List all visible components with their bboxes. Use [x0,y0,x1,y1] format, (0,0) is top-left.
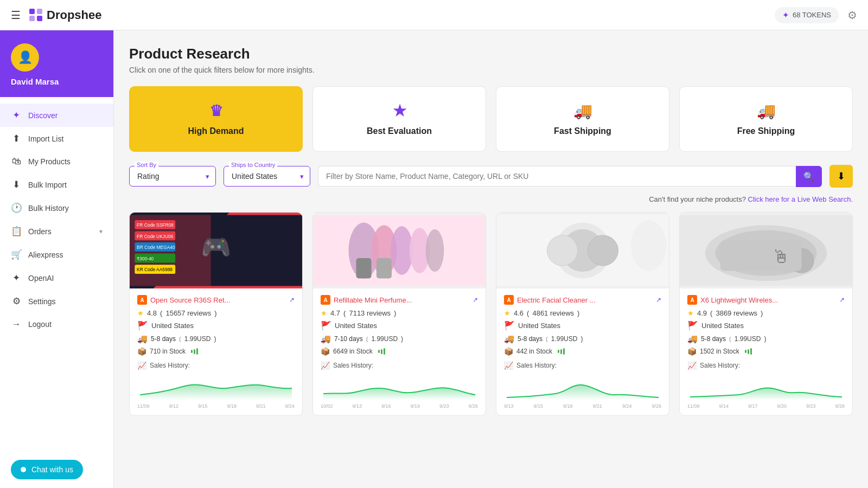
shipping-row-2: 🚚 7-10 days (1.99USD) [321,334,478,344]
signal-bar-4a [745,350,746,353]
sidebar-item-my-products[interactable]: 🛍 My Products [0,150,113,173]
signal-bar-4c [750,348,752,355]
product-card-2[interactable]: A Refillable Mini Perfume... ↗ ★ 4.7 (71… [312,212,486,416]
aliexpress-badge-3: A [504,295,514,305]
signal-bar-2a [378,350,380,353]
ship-cost-4: ( [729,336,731,342]
ext-link-icon-2[interactable]: ↗ [473,296,478,304]
ext-link-icon-3[interactable]: ↗ [656,296,661,304]
settings-icon: ⚙ [11,296,22,307]
sidebar-item-orders[interactable]: 📋 Orders ▾ [0,220,113,243]
live-search-link[interactable]: Click here for a Live Web Search. [748,195,853,203]
chart-dates-2: 10/029/139/169/199/239/26 [321,403,478,409]
ship-days-2: 7-10 days [334,335,363,343]
product-name-2: Refillable Mini Perfume... [334,296,469,304]
ship-cost-val-1: 1.99USD [184,335,211,343]
sidebar-label-discover: Discover [28,111,103,120]
orders-arrow-icon: ▾ [99,228,103,235]
free-shipping-icon: 🚚 [757,102,776,120]
sidebar-item-openai[interactable]: ✦ OpenAI [0,266,113,290]
sidebar-item-settings[interactable]: ⚙ Settings [0,290,113,313]
product-name-row-4: A X6 Lightweight Wireles... ↗ [687,295,845,305]
product-grid: 🎮 FR Code SSFR08 FR Code UKJU06 BR Code … [129,212,853,416]
sort-select[interactable]: Rating Reviews Price Stock [129,166,216,187]
ext-link-icon-4[interactable]: ↗ [839,296,845,304]
reviews-1: ( [160,309,162,317]
product-image-3 [496,213,669,288]
product-info-2: A Refillable Mini Perfume... ↗ ★ 4.7 (71… [313,288,486,415]
fast-shipping-label: Fast Shipping [554,126,611,136]
product-card-4[interactable]: 🖱 A X6 Lightweight Wireles... ↗ ★ 4.9 (3… [679,212,853,416]
country-select[interactable]: United States United Kingdom Australia C… [224,166,310,187]
logo-icon [29,9,42,21]
rating-4: 4.9 [697,309,707,317]
import-list-icon: ⬆ [11,133,22,144]
signal-bar-4b [748,349,749,354]
search-input[interactable] [318,166,796,187]
product-card-1[interactable]: 🎮 FR Code SSFR08 FR Code UKJU06 BR Code … [129,212,303,416]
hamburger-icon[interactable]: ☰ [11,9,21,22]
product-info-1: A Open Source R36S Ret... ↗ ★ 4.8 (15657… [130,288,302,415]
bulk-import-icon: ⬇ [11,179,22,190]
stock-2: 6649 in Stock [333,348,373,355]
tokens-badge[interactable]: ✦ 68 TOKENS [775,7,839,23]
main-layout: 👤 David Marsa ✦ Discover ⬆ Import List 🛍… [0,30,868,488]
signal-bar-3b [560,349,562,354]
stock-signal-2 [378,348,385,355]
product-card-3[interactable]: A Electric Facial Cleaner ... ↗ ★ 4.6 (4… [496,212,669,416]
ext-link-icon-1[interactable]: ↗ [289,296,295,304]
tokens-icon: ✦ [782,10,789,20]
sidebar-item-import-list[interactable]: ⬆ Import List [0,127,113,150]
product-image-2 [313,213,486,288]
star-icon-4: ★ [687,309,694,317]
country-1: United States [151,322,194,330]
filter-card-fast-shipping[interactable]: 🚚 Fast Shipping [496,86,669,152]
aliexpress-badge-1: A [137,295,147,305]
filter-card-high-demand[interactable]: ♛ High Demand [129,86,303,152]
ship-cost-3: ( [546,336,548,342]
rating-2: 4.7 [330,309,340,317]
logo-dot-2 [37,9,42,14]
product-name-4: X6 Lightweight Wireles... [700,296,836,304]
ship-cost-val-3: 1.99USD [551,335,578,343]
flag-row-1: 🚩 United States [137,320,295,331]
country-3: United States [518,322,560,330]
high-demand-label: High Demand [188,126,244,136]
signal-bar-2b [381,349,382,354]
filter-card-free-shipping[interactable]: 🚚 Free Shipping [679,86,853,152]
sidebar-item-bulk-history[interactable]: 🕐 Bulk History [0,196,113,220]
product-name-3: Electric Facial Cleaner ... [517,296,653,304]
filter-card-best-evaluation[interactable]: ★ Best Evaluation [312,86,486,152]
sidebar-label-openai: OpenAI [28,274,103,282]
flag-row-3: 🚩 United States [504,320,661,331]
stock-row-3: 📦 442 in Stock [504,347,661,356]
chart-dates-1: 11/099/129/159/189/219/24 [137,403,295,409]
free-shipping-label: Free Shipping [737,126,795,136]
chat-button[interactable]: Chat with us [11,460,83,479]
high-demand-icon: ♛ [209,102,223,120]
sidebar-item-discover[interactable]: ✦ Discover [0,104,113,127]
sidebar-item-aliexpress[interactable]: 🛒 Aliexpress [0,243,113,266]
stock-row-4: 📦 1502 in Stock [687,347,845,356]
reviews-count-1: 15657 reviews [165,309,211,317]
svg-text:🖱: 🖱 [772,247,790,267]
sales-label-4: 📈 Sales History: [687,361,845,370]
sidebar-item-logout[interactable]: → Logout [0,313,113,336]
filter-icon: ⬇ [837,171,845,182]
search-button[interactable]: 🔍 [796,166,822,187]
sidebar-item-bulk-import[interactable]: ⬇ Bulk Import [0,173,113,196]
discover-icon: ✦ [11,110,22,121]
shipping-row-1: 🚚 5-8 days (1.99USD) [137,334,295,344]
bulk-history-icon: 🕐 [11,202,22,214]
box-icon-4: 📦 [687,347,697,356]
flag-icon-4: 🚩 [687,320,698,331]
svg-point-25 [588,235,618,266]
filter-button[interactable]: ⬇ [829,165,853,188]
country-4: United States [701,322,744,330]
product-image-1: 🎮 FR Code SSFR08 FR Code UKJU06 BR Code … [130,213,302,288]
tokens-count: 68 TOKENS [793,11,831,19]
flag-row-2: 🚩 United States [321,320,478,331]
gear-icon[interactable]: ⚙ [847,9,857,22]
shipping-icon-3: 🚚 [504,334,514,344]
sidebar-profile: 👤 David Marsa [0,30,113,97]
